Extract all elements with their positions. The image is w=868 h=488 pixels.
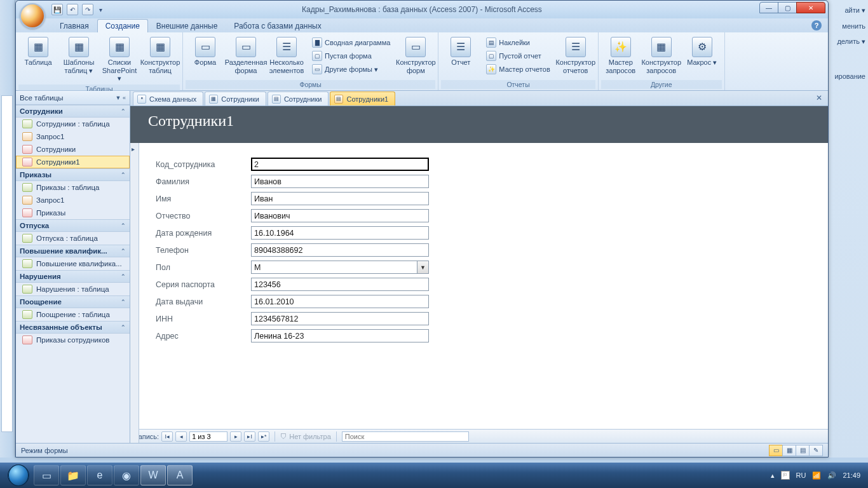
nav-item[interactable]: Отпуска : таблица [16,232,130,245]
btn-form[interactable]: ▭Форма [186,35,225,69]
btn-query-designer[interactable]: ▦Конструктор запросов [642,35,681,76]
minimize-button[interactable]: — [759,2,778,13]
field-input[interactable] [251,192,429,205]
taskbar-app-3[interactable]: e [87,465,112,485]
btn-labels[interactable]: ▤Наклейки [483,36,553,49]
btn-report-designer[interactable]: ☰Конструктор отчетов [556,35,595,76]
doc-tab[interactable]: ▤Сотрудники [268,92,329,105]
tray-network-icon[interactable]: 📶 [812,471,821,480]
tray-sound-icon[interactable]: 🔊 [827,471,836,480]
start-button[interactable] [4,463,33,488]
collapse-icon: ⌃ [121,299,126,305]
record-selector[interactable] [130,143,139,443]
nav-item[interactable]: Сотрудники : таблица [16,118,130,130]
nav-item[interactable]: Запрос1 [16,130,130,143]
btn-table-designer[interactable]: ▦Конструктор таблиц [140,35,180,76]
tray-flag-icon[interactable]: ⚐ [781,471,790,480]
nav-item[interactable]: Приказы [16,207,130,219]
btn-report-wizard[interactable]: ✨Мастер отчетов [483,63,553,76]
field-input[interactable] [251,261,417,274]
tray-language[interactable]: RU [796,471,806,479]
doc-tab[interactable]: ⚬Схема данных [133,92,203,105]
doc-tab[interactable]: ▦Сотрудники [205,92,266,105]
view-design-button[interactable]: ✎ [809,445,823,456]
nav-category[interactable]: Отпуска⌃ [16,219,130,232]
field-input[interactable] [251,329,429,342]
btn-blank-form[interactable]: ▢Пустая форма [309,50,393,62]
btn-split-form[interactable]: ▭Разделенная форма [226,35,266,76]
field-input[interactable] [251,295,429,308]
form-row: Дата рождения [156,224,828,241]
office-button[interactable] [20,3,45,29]
nav-item[interactable]: Приказы : таблица [16,181,130,194]
btn-other-forms[interactable]: ▭Другие формы ▾ [309,63,393,76]
field-label: Отчество [156,212,251,220]
taskbar-app-word[interactable]: W [140,465,166,485]
nav-pane-header[interactable]: Все таблицы▼ « [16,91,130,105]
field-input[interactable] [251,278,429,291]
qat-redo-icon[interactable]: ↷ [82,4,93,15]
nav-category[interactable]: Сотрудники⌃ [16,105,130,118]
btn-table[interactable]: ▦Таблица [18,35,58,69]
recnav-search-input[interactable] [342,431,469,442]
dropdown-button[interactable]: ▼ [417,261,429,274]
taskbar-app-2[interactable]: 📁 [60,465,86,485]
ribbon-tab-home[interactable]: Главная [51,19,97,32]
taskbar-app-access[interactable]: A [167,465,193,485]
doc-tab-close-button[interactable]: ✕ [814,93,824,104]
nav-item[interactable]: Нарушения : таблица [16,283,130,295]
close-button[interactable]: ✕ [796,2,825,13]
recnav-position-input[interactable] [189,431,227,442]
btn-macro[interactable]: ⚙Макрос ▾ [682,35,722,69]
recnav-first-button[interactable]: I◂ [161,431,173,442]
recnav-last-button[interactable]: ▸I [244,431,255,442]
btn-form-designer[interactable]: ▭Конструктор форм [396,35,435,76]
nav-category[interactable]: Приказы⌃ [16,168,130,181]
recnav-new-button[interactable]: ▸* [258,431,269,442]
help-icon[interactable]: ? [811,20,822,30]
btn-sharepoint-lists[interactable]: ▦Списки SharePoint ▾ [100,35,139,85]
qat-more-icon[interactable]: ▾ [97,4,104,15]
view-form-button[interactable]: ▭ [769,445,783,456]
taskbar-app-1[interactable]: ▭ [34,465,59,485]
view-layout-button[interactable]: ▤ [796,445,810,456]
ribbon-tab-create[interactable]: Создание [97,19,148,32]
btn-pivot-chart[interactable]: ▇Сводная диаграмма [309,36,393,49]
field-input[interactable] [251,175,429,188]
nav-item[interactable]: Повышение квалифика... [16,257,130,270]
maximize-button[interactable]: ▢ [778,2,797,13]
ribbon-tab-external[interactable]: Внешние данные [148,19,226,32]
nav-item[interactable]: Сотрудники [16,143,130,156]
nav-item[interactable]: Приказы сотрудников [16,334,130,346]
doc-tab[interactable]: ▤Сотрудники1 [330,92,395,105]
tray-clock[interactable]: 21:49 [843,471,860,479]
btn-report[interactable]: ☰Отчет [441,35,480,69]
taskbar-app-4[interactable]: ◉ [114,465,139,485]
ribbon-group-other: ✨Мастер запросов ▦Конструктор запросов ⚙… [599,32,725,90]
btn-blank-report[interactable]: ▢Пустой отчет [483,50,553,62]
tray-arrow-icon[interactable]: ▴ [771,471,775,480]
field-input[interactable] [251,226,429,240]
field-input[interactable] [251,209,429,222]
btn-query-wizard[interactable]: ✨Мастер запросов [601,35,641,76]
nav-item[interactable]: Сотрудники1 [16,156,130,168]
view-datasheet-button[interactable]: ▦ [782,445,796,456]
btn-table-templates[interactable]: ▦Шаблоны таблиц ▾ [59,35,98,76]
nav-item[interactable]: Запрос1 [16,194,130,207]
nav-category[interactable]: Нарушения⌃ [16,270,130,283]
nav-category[interactable]: Повышение квалифик...⌃ [16,245,130,257]
nav-item-label: Поощрение : таблица [36,311,110,318]
field-input[interactable] [251,312,429,325]
tbl-icon [22,183,32,192]
nav-item[interactable]: Поощрение : таблица [16,308,130,321]
recnav-prev-button[interactable]: ◂ [175,431,187,442]
ribbon-tab-dbtools[interactable]: Работа с базами данных [226,19,329,32]
btn-multi-items[interactable]: ☰Несколько элементов [267,35,306,76]
recnav-next-button[interactable]: ▸ [230,431,241,442]
qat-save-icon[interactable]: 💾 [51,4,63,15]
nav-category[interactable]: Несвязанные объекты⌃ [16,321,130,334]
field-input[interactable] [251,243,429,257]
field-input[interactable] [251,158,429,171]
qat-undo-icon[interactable]: ↶ [67,4,78,15]
nav-category[interactable]: Поощрение⌃ [16,295,130,308]
